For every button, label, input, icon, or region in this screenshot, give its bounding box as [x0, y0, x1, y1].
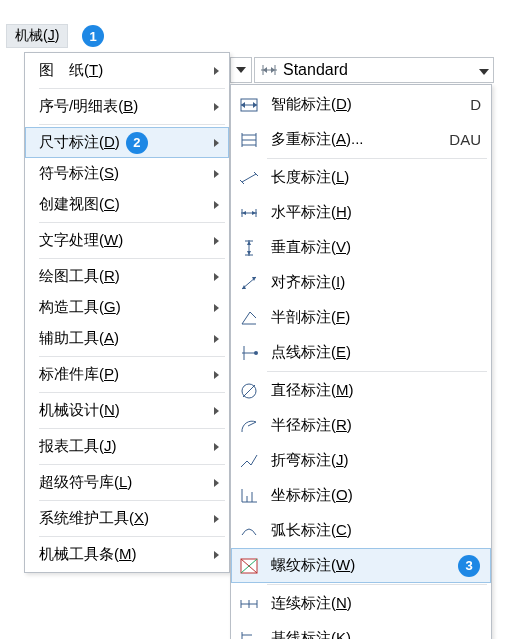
- submenu-arrow-icon: [214, 201, 219, 209]
- menu-separator: [39, 500, 225, 501]
- menu-separator: [39, 222, 225, 223]
- menu-item-toolbar[interactable]: 机械工具条(M): [25, 539, 229, 570]
- menu-separator: [267, 158, 487, 159]
- submenu-smart-dim[interactable]: 智能标注(D) D: [231, 87, 491, 122]
- main-dropdown-menu: 图 纸(T) 序号/明细表(B) 尺寸标注(D) 2 符号标注(S) 创建视图(…: [24, 52, 230, 573]
- svg-marker-20: [242, 211, 246, 215]
- menu-item-aux-tools[interactable]: 辅助工具(A): [25, 323, 229, 354]
- menu-separator: [39, 258, 225, 259]
- submenu-length-dim[interactable]: 长度标注(L): [231, 160, 491, 195]
- submenu-aligned-dim[interactable]: 对齐标注(I): [231, 265, 491, 300]
- smart-dim-icon: [237, 93, 261, 117]
- submenu-arclength-dim[interactable]: 弧长标注(C): [231, 513, 491, 548]
- halfsection-dim-icon: [237, 306, 261, 330]
- svg-line-15: [240, 180, 244, 184]
- mechanical-menu-button[interactable]: 机械(J): [6, 24, 68, 48]
- svg-point-33: [254, 351, 258, 355]
- submenu-arrow-icon: [214, 237, 219, 245]
- submenu-arrow-icon: [214, 443, 219, 451]
- combo-dropdown-icon[interactable]: [230, 57, 252, 83]
- menu-item-sysmaint[interactable]: 系统维护工具(X): [25, 503, 229, 534]
- continue-dim-icon: [237, 592, 261, 616]
- dimension-submenu: 智能标注(D) D 多重标注(A)... DAU 长度标注(L) 水平标注(H)…: [230, 84, 492, 639]
- svg-line-16: [254, 172, 258, 176]
- radius-dim-icon: [237, 414, 261, 438]
- submenu-arrow-icon: [214, 479, 219, 487]
- submenu-arrow-icon: [214, 170, 219, 178]
- submenu-baseline-dim[interactable]: 基线标注(K): [231, 621, 491, 639]
- svg-marker-3: [263, 67, 267, 73]
- menu-item-construct-tools[interactable]: 构造工具(G): [25, 292, 229, 323]
- menu-separator: [39, 88, 225, 89]
- menu-item-report-tools[interactable]: 报表工具(J): [25, 431, 229, 462]
- svg-line-36: [248, 422, 256, 426]
- length-dim-icon: [237, 166, 261, 190]
- aligned-dim-icon: [237, 271, 261, 295]
- baseline-dim-icon: [237, 627, 261, 640]
- menu-item-symbol[interactable]: 符号标注(S): [25, 158, 229, 189]
- submenu-arrow-icon: [214, 67, 219, 75]
- submenu-thread-dim[interactable]: 螺纹标注(W) 3: [231, 548, 491, 583]
- submenu-ordinate-dim[interactable]: 坐标标注(O): [231, 478, 491, 513]
- menu-separator: [267, 584, 487, 585]
- submenu-horizontal-dim[interactable]: 水平标注(H): [231, 195, 491, 230]
- shortcut-label: DAU: [449, 131, 481, 148]
- dimension-style-icon: [259, 61, 279, 79]
- menu-separator: [39, 536, 225, 537]
- menu-item-symbol-lib[interactable]: 超级符号库(L): [25, 467, 229, 498]
- menu-item-mech-design[interactable]: 机械设计(N): [25, 395, 229, 426]
- svg-line-14: [242, 174, 256, 182]
- submenu-multi-dim[interactable]: 多重标注(A)... DAU: [231, 122, 491, 157]
- submenu-continue-dim[interactable]: 连续标注(N): [231, 586, 491, 621]
- callout-badge-2: 2: [126, 132, 148, 154]
- menu-item-std-parts[interactable]: 标准件库(P): [25, 359, 229, 390]
- multi-dim-icon: [237, 128, 261, 152]
- menu-separator: [39, 392, 225, 393]
- submenu-vertical-dim[interactable]: 垂直标注(V): [231, 230, 491, 265]
- svg-marker-7: [241, 102, 245, 108]
- svg-marker-26: [247, 251, 251, 255]
- submenu-arrow-icon: [214, 371, 219, 379]
- submenu-diameter-dim[interactable]: 直径标注(M): [231, 373, 491, 408]
- menu-button-label: 机械(J): [15, 27, 59, 45]
- submenu-arrow-icon: [214, 551, 219, 559]
- menu-separator: [39, 356, 225, 357]
- diameter-dim-icon: [237, 379, 261, 403]
- svg-marker-21: [252, 211, 256, 215]
- menu-item-dimension[interactable]: 尺寸标注(D) 2: [25, 127, 229, 158]
- arclength-dim-icon: [237, 519, 261, 543]
- callout-badge-1: 1: [82, 25, 104, 47]
- combo-label: Standard: [283, 61, 348, 79]
- menu-item-create-view[interactable]: 创建视图(C): [25, 189, 229, 220]
- submenu-pointline-dim[interactable]: 点线标注(E): [231, 335, 491, 370]
- submenu-arrow-icon: [214, 103, 219, 111]
- dimension-style-combo[interactable]: Standard: [230, 56, 494, 84]
- submenu-arrow-icon: [214, 304, 219, 312]
- menu-separator: [39, 464, 225, 465]
- submenu-arrow-icon: [214, 407, 219, 415]
- menu-separator: [39, 124, 225, 125]
- svg-marker-25: [247, 241, 251, 245]
- chevron-down-icon[interactable]: [479, 61, 489, 79]
- submenu-arrow-icon: [214, 139, 219, 147]
- submenu-arrow-icon: [214, 335, 219, 343]
- menu-item-drawing[interactable]: 图 纸(T): [25, 55, 229, 86]
- menu-separator: [267, 371, 487, 372]
- thread-dim-icon: [237, 554, 261, 578]
- svg-line-35: [243, 385, 255, 397]
- menu-item-draw-tools[interactable]: 绘图工具(R): [25, 261, 229, 292]
- horizontal-dim-icon: [237, 201, 261, 225]
- callout-badge-3: 3: [458, 555, 480, 577]
- menu-item-bom[interactable]: 序号/明细表(B): [25, 91, 229, 122]
- submenu-jogged-dim[interactable]: 折弯标注(J): [231, 443, 491, 478]
- ordinate-dim-icon: [237, 484, 261, 508]
- menu-item-text[interactable]: 文字处理(W): [25, 225, 229, 256]
- submenu-arrow-icon: [214, 515, 219, 523]
- menu-separator: [39, 428, 225, 429]
- submenu-halfsection-dim[interactable]: 半剖标注(F): [231, 300, 491, 335]
- submenu-radius-dim[interactable]: 半径标注(R): [231, 408, 491, 443]
- svg-marker-8: [253, 102, 257, 108]
- svg-marker-4: [271, 67, 275, 73]
- vertical-dim-icon: [237, 236, 261, 260]
- submenu-arrow-icon: [214, 273, 219, 281]
